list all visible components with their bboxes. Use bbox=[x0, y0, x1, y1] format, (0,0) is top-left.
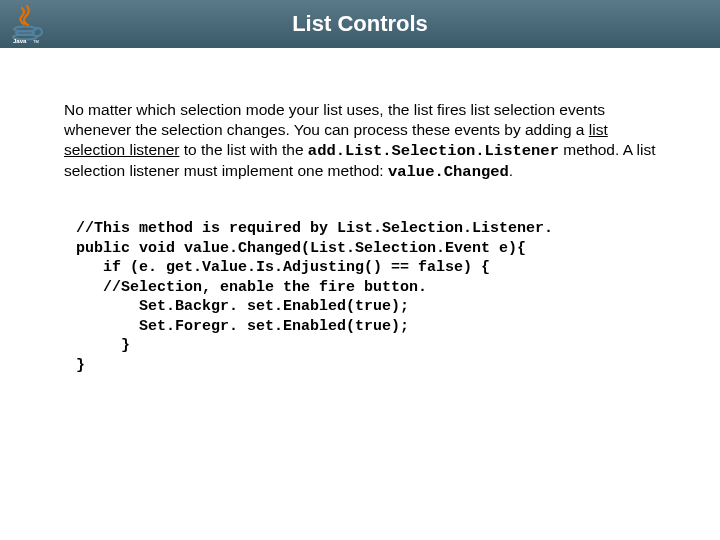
para-text-2: to the list with the bbox=[179, 141, 307, 158]
body-paragraph: No matter which selection mode your list… bbox=[64, 100, 656, 183]
java-cup-icon: Java TM bbox=[6, 4, 52, 44]
slide-header: Java TM List Controls bbox=[0, 0, 720, 48]
method-name-2: value.Changed bbox=[388, 163, 509, 181]
java-logo: Java TM bbox=[6, 4, 52, 44]
svg-text:TM: TM bbox=[33, 39, 39, 44]
para-text-4: . bbox=[509, 162, 513, 179]
svg-text:Java: Java bbox=[13, 38, 27, 44]
method-name-1: add.List.Selection.Listener bbox=[308, 142, 559, 160]
para-text-1: No matter which selection mode your list… bbox=[64, 101, 605, 138]
code-block: //This method is required by List.Select… bbox=[76, 219, 656, 375]
slide-title: List Controls bbox=[292, 11, 428, 37]
slide-content: No matter which selection mode your list… bbox=[0, 48, 720, 395]
